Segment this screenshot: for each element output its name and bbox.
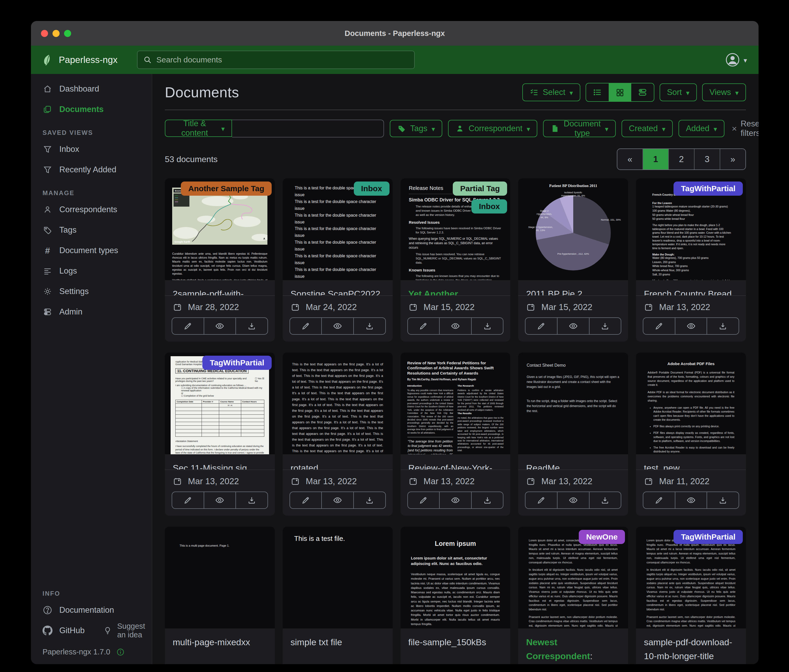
app-brand[interactable]: Paperless-ngx (43, 54, 118, 66)
sidebar-item-documents[interactable]: Documents (31, 99, 152, 119)
document-thumbnail[interactable]: This is a test file. (283, 527, 393, 629)
document-title[interactable]: 2011 BP Pie 2 (518, 280, 628, 295)
info-icon[interactable] (117, 648, 125, 656)
sidebar-item-dashboard[interactable]: Dashboard (31, 79, 152, 99)
document-thumbnail[interactable]: Lorem ipsum dolor sit amet, consectetur … (636, 527, 746, 629)
view-button[interactable] (675, 318, 707, 334)
edit-button[interactable] (172, 318, 204, 334)
filter-created-button[interactable]: Created▾ (621, 120, 673, 137)
pagination-page-2[interactable]: 2 (668, 149, 694, 169)
pagination-page-3[interactable]: 3 (694, 149, 720, 169)
document-title[interactable]: Review-of-New-York-Federal-Petitions-art… (401, 454, 511, 470)
document-thumbnail[interactable]: Boundary Waters Trip Google Earth Curabi… (165, 178, 275, 280)
tag-badge[interactable]: TagWithPartial (674, 182, 743, 196)
sidebar-item-tags[interactable]: Tags (31, 220, 152, 240)
document-thumbnail[interactable]: Release NotesSimba ODBC Driver for SQL S… (401, 178, 511, 280)
tag-badge[interactable]: Inbox (471, 199, 507, 213)
view-button[interactable] (204, 318, 236, 334)
pagination-page-1[interactable]: 1 (642, 149, 668, 169)
edit-button[interactable] (643, 492, 675, 508)
user-menu[interactable]: ▾ (725, 53, 747, 67)
grid-view-button[interactable] (609, 83, 631, 101)
list-view-button[interactable] (586, 83, 609, 101)
document-thumbnail[interactable]: Lorem ipsumLorem ipsum dolor sit amet, c… (401, 527, 511, 629)
close-window-button[interactable] (41, 30, 48, 37)
edit-button[interactable] (408, 318, 439, 334)
minimize-window-button[interactable] (53, 30, 59, 37)
view-button[interactable] (321, 318, 353, 334)
document-thumbnail[interactable]: This is a multi page document. Page 1. (165, 527, 275, 629)
tag-badge[interactable]: TagWithPartial (674, 530, 743, 544)
sidebar-item-admin[interactable]: Admin (31, 302, 152, 322)
sidebar-item-documentation[interactable]: Documentation (31, 600, 152, 620)
filter-tags-button[interactable]: Tags▾ (390, 120, 442, 137)
view-button[interactable] (557, 318, 589, 334)
document-title[interactable]: French Country Bread Revised.docx (636, 280, 746, 295)
tag-badge[interactable]: TagWithPartial (202, 356, 272, 370)
document-thumbnail[interactable]: Adobe Acrobat PDF FilesAdobe® Portable D… (636, 352, 746, 454)
download-button[interactable] (707, 318, 739, 334)
document-title[interactable]: Newest Correspondent: f_combineds (518, 629, 628, 664)
view-button[interactable] (439, 318, 471, 334)
document-thumbnail[interactable]: Lorem ipsum dolor sit amet, consectetur … (518, 527, 628, 629)
edit-button[interactable] (290, 492, 321, 508)
edit-button[interactable] (525, 492, 557, 508)
download-button[interactable] (471, 318, 503, 334)
document-thumbnail[interactable]: This is a test for the double space char… (283, 178, 393, 280)
download-button[interactable] (353, 492, 385, 508)
filter-added-button[interactable]: Added▾ (679, 120, 724, 137)
document-title[interactable]: 2sample-pdf-with-images (165, 280, 275, 295)
document-thumbnail[interactable]: Review of New York Federal Petitions for… (401, 352, 511, 454)
document-title[interactable]: rotated (283, 454, 393, 470)
edit-button[interactable] (172, 492, 204, 508)
sidebar-item-settings[interactable]: Settings (31, 281, 152, 302)
sidebar-item-correspondents[interactable]: Correspondents (31, 199, 152, 220)
document-title[interactable]: test_new (636, 454, 746, 470)
filter-query-input[interactable] (232, 119, 384, 137)
sidebar-item-document-types[interactable]: #Document types (31, 240, 152, 261)
sidebar-item-github[interactable]: GitHub (43, 626, 85, 635)
document-thumbnail[interactable]: French Country BreadFor the Leaven1 heap… (636, 178, 746, 280)
edit-button[interactable] (408, 492, 439, 508)
view-button[interactable] (675, 492, 707, 508)
document-title[interactable]: sample-pdf-download-10-mb-longer-title (636, 629, 746, 664)
edit-button[interactable] (643, 318, 675, 334)
view-button[interactable] (204, 492, 236, 508)
download-button[interactable] (589, 492, 621, 508)
sidebar-item-logs[interactable]: Logs (31, 261, 152, 281)
zoom-window-button[interactable] (64, 30, 71, 37)
tag-badge[interactable]: Another Sample Tag (181, 182, 272, 196)
view-button[interactable] (321, 492, 353, 508)
download-button[interactable] (353, 318, 385, 334)
pagination-next[interactable]: » (720, 149, 746, 169)
view-button[interactable] (439, 492, 471, 508)
document-thumbnail[interactable]: Patient BP Distribution 2011Normal, 151,… (518, 178, 628, 280)
edit-button[interactable] (525, 318, 557, 334)
select-button[interactable]: Select ▾ (522, 83, 580, 101)
download-button[interactable] (589, 318, 621, 334)
tag-badge[interactable]: Partial Tag (453, 182, 507, 196)
document-title[interactable]: Sonstige ScanPC2022 03-24_081058 (283, 280, 393, 295)
sidebar-item-inbox[interactable]: Inbox (31, 139, 152, 159)
document-title[interactable]: Yet Another Correspondent: Testing Email (401, 280, 511, 295)
sidebar-item-recently-added[interactable]: Recently Added (31, 159, 152, 180)
download-button[interactable] (235, 318, 267, 334)
document-title[interactable]: simple txt file (283, 629, 393, 664)
view-button[interactable] (557, 492, 589, 508)
pagination-prev[interactable]: « (617, 149, 642, 169)
detail-view-button[interactable] (631, 83, 654, 101)
search-input[interactable] (156, 55, 409, 65)
document-title[interactable]: Sec 11-Missing sig (165, 454, 275, 470)
download-button[interactable] (707, 492, 739, 508)
download-button[interactable] (471, 492, 503, 508)
global-search[interactable] (137, 51, 415, 69)
filter-correspondent-button[interactable]: Correspondent▾ (448, 120, 537, 137)
tag-badge[interactable]: NewOne (579, 530, 625, 544)
document-thumbnail[interactable]: Application for Medical Staff MembersGoo… (165, 352, 275, 454)
document-thumbnail[interactable]: This is the text that appears on the fir… (283, 352, 393, 454)
suggest-idea-link[interactable]: Suggest an idea (103, 622, 145, 639)
views-button[interactable]: Views ▾ (702, 83, 746, 101)
sort-button[interactable]: Sort ▾ (660, 83, 697, 101)
filter-document-type-button[interactable]: Document type▾ (543, 120, 615, 137)
document-thumbnail[interactable]: Contact Sheet DemoGiven a set of image f… (518, 352, 628, 454)
